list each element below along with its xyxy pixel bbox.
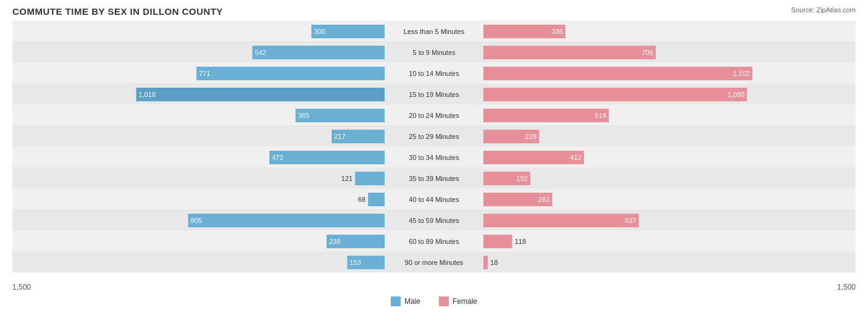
female-label: Female <box>453 297 477 306</box>
svg-text:18: 18 <box>490 259 498 266</box>
svg-text:10 to 14 Minutes: 10 to 14 Minutes <box>409 70 459 77</box>
svg-text:365: 365 <box>298 112 309 119</box>
chart-container: COMMUTE TIME BY SEX IN DILLON COUNTY Sou… <box>0 0 868 323</box>
svg-text:514: 514 <box>595 112 606 119</box>
svg-text:238: 238 <box>329 238 340 245</box>
chart-title: COMMUTE TIME BY SEX IN DILLON COUNTY <box>12 6 856 17</box>
legend-male: Male <box>391 296 420 306</box>
svg-rect-8 <box>483 46 656 59</box>
svg-text:472: 472 <box>272 154 283 161</box>
svg-text:25 to 29 Minutes: 25 to 29 Minutes <box>409 133 459 140</box>
svg-rect-13 <box>196 67 385 80</box>
svg-text:Less than 5 Minutes: Less than 5 Minutes <box>404 28 465 35</box>
source-label: Source: ZipAtlas.com <box>791 6 856 14</box>
axis-left-label: 1,500 <box>12 283 31 292</box>
svg-rect-68 <box>483 256 488 269</box>
svg-text:412: 412 <box>570 154 582 161</box>
svg-text:1,080: 1,080 <box>727 91 745 98</box>
svg-text:1,018: 1,018 <box>139 91 156 98</box>
svg-rect-14 <box>483 67 753 80</box>
svg-rect-19 <box>136 88 385 101</box>
svg-text:60 to 89 Minutes: 60 to 89 Minutes <box>409 238 459 245</box>
svg-text:282: 282 <box>538 196 549 203</box>
male-label: Male <box>404 297 420 306</box>
svg-text:118: 118 <box>515 238 526 245</box>
svg-text:15 to 19 Minutes: 15 to 19 Minutes <box>409 91 459 98</box>
svg-rect-49 <box>368 193 385 206</box>
svg-text:20 to 24 Minutes: 20 to 24 Minutes <box>409 112 459 119</box>
female-color-box <box>439 296 449 306</box>
svg-text:637: 637 <box>625 217 636 224</box>
svg-rect-56 <box>483 214 639 227</box>
svg-text:35 to 39 Minutes: 35 to 39 Minutes <box>409 175 459 182</box>
svg-text:805: 805 <box>191 217 202 224</box>
svg-rect-55 <box>188 214 385 227</box>
chart-area: Less than 5 Minutes3003365 to 9 Minutes5… <box>12 20 856 279</box>
svg-rect-43 <box>355 172 385 185</box>
svg-text:121: 121 <box>341 175 353 182</box>
svg-text:192: 192 <box>517 175 528 182</box>
axis-bottom: 1,500 1,500 <box>12 280 856 294</box>
svg-text:300: 300 <box>314 28 325 35</box>
svg-text:706: 706 <box>642 49 653 56</box>
legend: Male Female <box>12 296 856 306</box>
svg-rect-26 <box>483 109 609 122</box>
legend-female: Female <box>439 296 477 306</box>
svg-text:153: 153 <box>350 259 361 266</box>
male-color-box <box>391 296 401 306</box>
svg-rect-62 <box>483 235 512 248</box>
axis-right-label: 1,500 <box>837 283 856 292</box>
svg-text:217: 217 <box>334 133 345 140</box>
svg-text:542: 542 <box>255 49 266 56</box>
svg-rect-37 <box>269 151 385 164</box>
svg-text:5 to 9 Minutes: 5 to 9 Minutes <box>412 49 456 56</box>
svg-text:30 to 34 Minutes: 30 to 34 Minutes <box>409 154 459 161</box>
svg-rect-7 <box>252 46 385 59</box>
svg-text:228: 228 <box>525 133 536 140</box>
svg-text:1,102: 1,102 <box>733 70 750 77</box>
svg-text:771: 771 <box>199 70 210 77</box>
svg-rect-20 <box>483 88 747 101</box>
svg-text:90 or more Minutes: 90 or more Minutes <box>405 259 464 266</box>
svg-text:336: 336 <box>551 28 562 35</box>
svg-text:68: 68 <box>358 196 365 203</box>
svg-rect-38 <box>483 151 584 164</box>
svg-text:45 to 59 Minutes: 45 to 59 Minutes <box>409 217 459 224</box>
svg-text:40 to 44 Minutes: 40 to 44 Minutes <box>409 196 459 203</box>
